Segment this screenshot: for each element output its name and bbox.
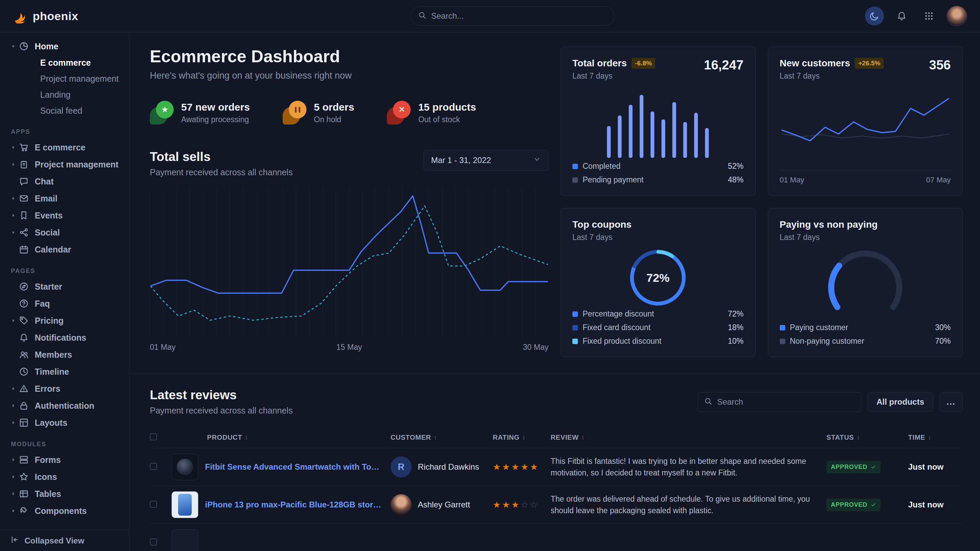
search-icon — [704, 397, 712, 405]
users-icon — [19, 350, 29, 359]
sidebar-item-tables[interactable]: Tables — [0, 485, 129, 502]
sidebar-item-errors[interactable]: Errors — [0, 380, 129, 397]
column-header-time[interactable]: TIME↕ — [908, 433, 963, 441]
search-icon — [704, 397, 712, 407]
product-link[interactable]: Fitbit Sense Advanced Smartwatch with To… — [205, 462, 382, 472]
orders-bar-chart — [603, 88, 712, 158]
sidebar-subitem-project-management[interactable]: Project management — [0, 71, 129, 87]
user-avatar[interactable] — [947, 6, 967, 26]
legend-label: Paying customer — [790, 323, 848, 332]
reviews-search-input[interactable] — [717, 397, 855, 407]
tag-icon — [19, 316, 29, 326]
sidebar-item-timeline[interactable]: Timeline — [0, 363, 129, 380]
date-range-select[interactable]: Mar 1 - 31, 2022 — [423, 150, 549, 171]
sidebar-item-social[interactable]: Social — [0, 224, 129, 241]
row-checkbox[interactable] — [150, 538, 157, 546]
dashboard-top: Ecommerce Dashboard Here's what's going … — [150, 47, 963, 357]
customer-avatar — [391, 494, 412, 515]
sidebar-item-e-commerce[interactable]: E commerce — [0, 139, 129, 156]
collapse-icon — [10, 535, 19, 544]
sidebar-item-pricing[interactable]: Pricing — [0, 312, 129, 329]
status-label: APPROVED — [831, 501, 867, 508]
sidebar-item-label: Home — [35, 41, 58, 51]
caret-icon — [10, 457, 16, 463]
total-sells-chart — [150, 188, 549, 338]
all-products-button[interactable]: All products — [867, 392, 933, 412]
legend-label: Fixed card discount — [582, 323, 651, 332]
bookmark-icon — [19, 211, 29, 220]
brand[interactable]: phoenix — [13, 8, 78, 24]
legend-swatch — [780, 325, 785, 330]
product-link[interactable]: iPhone 13 pro max-Pacific Blue-128GB sto… — [205, 500, 382, 510]
sidebar-subitem-social-feed[interactable]: Social feed — [0, 103, 129, 119]
column-header-product[interactable]: PRODUCT↕ — [172, 433, 391, 441]
sidebar-subitem-landing[interactable]: Landing — [0, 87, 129, 103]
column-header-rating[interactable]: RATING↕ — [493, 433, 550, 441]
chevron-right-icon — [10, 212, 19, 219]
chevron-right-icon — [10, 386, 19, 392]
row-checkbox[interactable] — [150, 463, 157, 470]
chevron-right-icon — [10, 403, 19, 409]
sidebar-item-calendar[interactable]: Calendar — [0, 241, 129, 258]
caret-icon — [10, 420, 16, 426]
review-time: Just now — [908, 500, 963, 510]
chat-icon — [19, 177, 29, 186]
sidebar-item-label: Components — [35, 506, 87, 516]
new-customers-x-axis: 01 May 07 May — [780, 170, 951, 184]
legend-value: 30% — [935, 323, 951, 332]
apps-grid-button[interactable] — [920, 6, 939, 25]
sort-icon: ↕ — [928, 434, 931, 441]
column-header-status[interactable]: STATUS↕ — [826, 433, 908, 441]
sidebar-item-home[interactable]: Home — [0, 38, 129, 55]
x-axis-label: 30 May — [523, 343, 549, 352]
main-content: Ecommerce Dashboard Here's what's going … — [129, 32, 980, 551]
column-header-customer[interactable]: CUSTOMER↕ — [391, 433, 493, 441]
sidebar-item-project-management[interactable]: Project management — [0, 156, 129, 173]
caret-icon — [10, 508, 16, 514]
sidebar-item-starter[interactable]: Starter — [0, 278, 129, 295]
sidebar-item-layouts[interactable]: Layouts — [0, 414, 129, 431]
sidebar-item-notifications[interactable]: Notifications — [0, 329, 129, 346]
form-icon — [19, 455, 29, 465]
sidebar-item-members[interactable]: Members — [0, 346, 129, 363]
alert-icon — [19, 384, 29, 394]
topbar-search-input[interactable] — [431, 11, 607, 21]
chevron-right-icon — [10, 508, 19, 514]
sidebar-item-chat[interactable]: Chat — [0, 173, 129, 190]
card-value: 356 — [929, 58, 951, 73]
review-text: This Fitbit is fantastic! I was trying t… — [550, 456, 826, 479]
sidebar-item-email[interactable]: Email — [0, 190, 129, 207]
column-header-label: RATING — [493, 433, 520, 441]
sidebar-item-faq[interactable]: Faq — [0, 295, 129, 312]
notifications-button[interactable] — [892, 6, 911, 25]
caretDown-icon — [10, 43, 16, 49]
reviews-toolbar: All products ... — [698, 392, 963, 412]
collapsed-view-toggle[interactable]: Collapsed View — [0, 530, 129, 551]
sidebar-section-label: PAGES — [11, 267, 129, 275]
review-text: The order was delivered ahead of schedul… — [550, 493, 826, 517]
caret-icon — [10, 195, 16, 202]
puzzle-icon — [19, 506, 29, 516]
sidebar-subitem-e-commerce[interactable]: E commerce — [0, 55, 129, 71]
more-options-button[interactable]: ... — [939, 392, 963, 412]
select-all-checkbox[interactable] — [150, 433, 157, 440]
sidebar-item-label: Pricing — [35, 316, 64, 326]
column-header-label: STATUS — [826, 433, 854, 441]
share-icon — [19, 228, 29, 237]
question-icon — [19, 299, 29, 308]
summary-cards: Total orders -6.8% Last 7 days 16,247 Co… — [560, 47, 963, 357]
stat-caption: On hold — [314, 115, 354, 124]
chevron-right-icon — [10, 195, 19, 202]
sidebar-item-components[interactable]: Components — [0, 502, 129, 519]
row-checkbox[interactable] — [150, 501, 157, 508]
sidebar-item-forms[interactable]: Forms — [0, 451, 129, 468]
sidebar-item-icons[interactable]: Icons — [0, 468, 129, 485]
theme-toggle-button[interactable] — [865, 6, 884, 25]
column-header-review[interactable]: REVIEW↕ — [550, 433, 826, 441]
sidebar-item-authentication[interactable]: Authentication — [0, 397, 129, 414]
sidebar-item-label: Notifications — [35, 333, 86, 343]
brand-name: phoenix — [33, 10, 78, 23]
sidebar-item-events[interactable]: Events — [0, 207, 129, 224]
caret-icon — [10, 403, 16, 409]
card-title: Total orders — [573, 58, 627, 69]
